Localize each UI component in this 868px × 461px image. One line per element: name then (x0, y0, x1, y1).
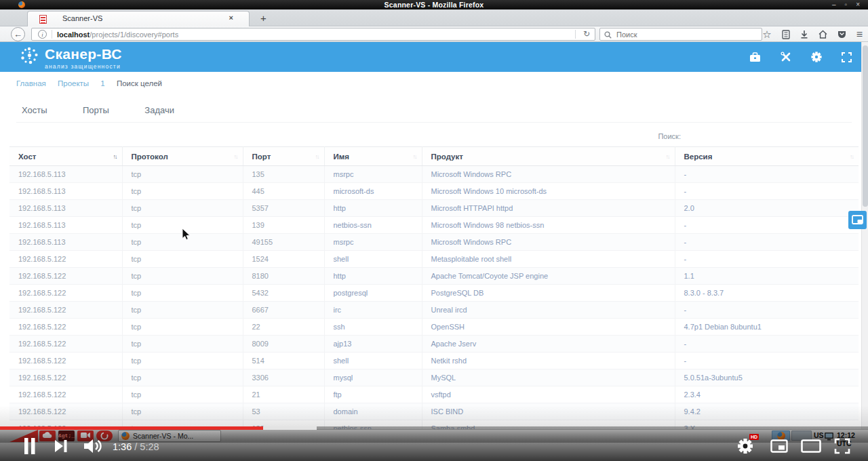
mouse-cursor (182, 228, 191, 241)
cell-name: irc (324, 302, 422, 319)
bookmark-star-icon[interactable]: ☆ (762, 26, 771, 42)
cell-host: 192.168.5.122 (9, 302, 122, 319)
breadcrumb-home[interactable]: Главная (16, 79, 46, 87)
browser-search-box[interactable] (599, 28, 762, 41)
table-row[interactable]: 192.168.5.122tcp21ftpvsftpd2.3.4 (9, 386, 859, 403)
cell-product: Microsoft Windows RPC (422, 166, 675, 183)
cell-version: - (675, 183, 859, 200)
brand-name[interactable]: Сканер-ВС (45, 46, 122, 62)
scanner-vs-logo-icon (20, 46, 39, 66)
library-icon[interactable] (782, 30, 790, 39)
cell-port: 8009 (243, 336, 324, 353)
column-header-product[interactable]: Продукт↑↓ (422, 147, 675, 166)
table-row[interactable]: 192.168.5.113tcp139netbios-ssnMicrosoft … (9, 217, 859, 234)
browser-search-input[interactable] (616, 29, 752, 39)
table-row[interactable]: 192.168.5.122tcp1524shellMetasploitable … (9, 251, 859, 268)
column-header-host[interactable]: Хост↑↓ (9, 147, 122, 166)
table-row[interactable]: 192.168.5.113tcp135msrpcMicrosoft Window… (9, 166, 859, 183)
breadcrumb-project-id[interactable]: 1 (100, 79, 104, 87)
column-header-version[interactable]: Версия↑↓ (675, 147, 859, 166)
pocket-icon[interactable] (837, 30, 846, 39)
sort-icon: ↑↓ (666, 153, 669, 160)
cell-port: 139 (243, 217, 324, 234)
fullscreen-expand-icon[interactable] (842, 52, 852, 62)
player-settings-icon[interactable] (737, 438, 753, 454)
sort-icon: ↑↓ (234, 153, 237, 160)
downloads-icon[interactable] (800, 30, 808, 39)
pause-button[interactable] (23, 438, 37, 454)
cell-name: mysql (324, 369, 422, 386)
breadcrumb-projects[interactable]: Проекты (58, 79, 89, 87)
cell-protocol: tcp (122, 251, 243, 268)
cell-version: 1.1 (675, 268, 859, 285)
cell-protocol: tcp (122, 200, 243, 217)
tab-favicon-icon (39, 15, 47, 24)
cell-version: - (675, 302, 859, 319)
close-button[interactable]: × (856, 0, 860, 9)
cell-name: http (324, 200, 422, 217)
column-header-port[interactable]: Порт↑↓ (243, 147, 324, 166)
home-icon[interactable] (818, 30, 827, 39)
progress-played (0, 426, 263, 430)
tab-hosts[interactable]: Хосты (22, 100, 47, 120)
table-row[interactable]: 192.168.5.122tcp3306mysqlMySQL5.0.51a-3u… (9, 369, 859, 386)
sort-icon: ↑↓ (315, 153, 319, 160)
miniplayer-button[interactable] (770, 439, 788, 453)
minimize-button[interactable]: – (832, 0, 836, 9)
cell-version: 5.0.51a-3ubuntu5 (675, 369, 859, 386)
tab-ports[interactable]: Порты (83, 100, 109, 120)
cell-product: OpenSSH (422, 319, 675, 336)
table-row[interactable]: 192.168.5.113tcp5357httpMicrosoft HTTPAP… (9, 200, 859, 217)
table-row[interactable]: 192.168.5.113tcp445microsoft-dsMicrosoft… (9, 183, 859, 200)
cell-product: Microsoft Windows 98 netbios-ssn (422, 217, 675, 234)
volume-button[interactable] (83, 438, 103, 454)
cell-protocol: tcp (122, 183, 243, 200)
table-row[interactable]: 192.168.5.122tcp8180httpApache Tomcat/Co… (9, 268, 859, 285)
fullscreen-button[interactable] (834, 438, 850, 454)
window-title: Scanner-VS - Mozilla Firefox (0, 1, 868, 9)
cell-port: 514 (243, 353, 324, 369)
search-icon (604, 31, 612, 39)
page-content: Главная Проекты 1 Поиск целей Хосты Порт… (0, 72, 868, 461)
settings-gear-icon[interactable] (811, 52, 822, 62)
briefcase-icon[interactable] (749, 52, 761, 62)
reload-icon[interactable]: ↻ (583, 28, 590, 40)
tab-close-icon[interactable]: × (229, 14, 233, 22)
ports-table-body: 192.168.5.113tcp135msrpcMicrosoft Window… (9, 166, 859, 437)
cell-port: 5357 (243, 200, 324, 217)
vertical-scrollbar[interactable] (861, 42, 868, 429)
site-info-icon[interactable]: i (38, 30, 47, 39)
menu-icon[interactable]: ≡ (856, 26, 863, 42)
table-row[interactable]: 192.168.5.122tcp53domainISC BIND9.4.2 (9, 403, 859, 420)
next-video-button[interactable] (54, 439, 68, 453)
tab-tasks[interactable]: Задачи (144, 100, 174, 120)
cell-port: 8180 (243, 268, 324, 285)
scrollbar-thumb[interactable] (863, 45, 868, 207)
maximize-button[interactable]: ▫ (845, 0, 848, 9)
sort-icon: ↑↓ (113, 153, 117, 160)
back-button[interactable]: ← (11, 27, 25, 41)
column-header-protocol[interactable]: Протокол↑↓ (122, 147, 243, 166)
side-panel-toggle-button[interactable] (848, 211, 867, 229)
video-progress-bar[interactable] (0, 426, 868, 430)
theater-mode-button[interactable] (801, 439, 821, 453)
new-tab-button[interactable]: + (260, 12, 267, 24)
tools-icon[interactable] (781, 52, 791, 62)
tab-title: Scanner-VS (62, 14, 102, 22)
cell-port: 6667 (243, 302, 324, 319)
cell-host: 192.168.5.122 (9, 336, 122, 353)
cell-host: 192.168.5.113 (9, 234, 122, 251)
window-titlebar: Scanner-VS - Mozilla Firefox – ▫ × (0, 0, 868, 9)
column-header-name[interactable]: Имя↑↓ (324, 147, 422, 166)
picture-in-picture-icon (852, 215, 863, 225)
cell-host: 192.168.5.122 (9, 268, 122, 285)
browser-tab[interactable]: Scanner-VS × (27, 11, 250, 26)
table-search-input[interactable] (686, 131, 766, 141)
url-bar[interactable]: i localhost/projects/1/discovery#ports ↻ (31, 28, 595, 41)
table-row[interactable]: 192.168.5.122tcp22sshOpenSSH4.7p1 Debian… (9, 319, 859, 336)
table-row[interactable]: 192.168.5.122tcp514shellNetkit rshd- (9, 353, 859, 369)
table-row[interactable]: 192.168.5.122tcp6667ircUnreal ircd- (9, 302, 859, 319)
table-row[interactable]: 192.168.5.122tcp8009ajp13Apache Jserv- (9, 336, 859, 353)
table-row[interactable]: 192.168.5.122tcp5432postgresqlPostgreSQL… (9, 285, 859, 302)
table-row[interactable]: 192.168.5.113tcp49155msrpcMicrosoft Wind… (9, 234, 859, 251)
